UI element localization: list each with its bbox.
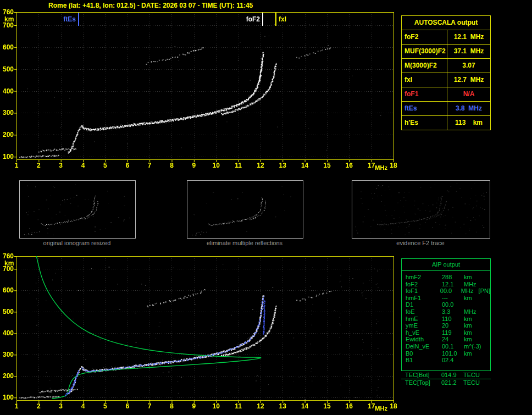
param-name: B1: [406, 357, 442, 364]
bottom-ionogram-canvas: [0, 250, 401, 415]
param-name: fxI: [402, 73, 447, 87]
param-name: DelN_vE: [406, 343, 442, 350]
param-value: N/A: [447, 87, 490, 101]
tec-table-row: TEC[Bot]014.9TECU: [401, 372, 491, 378]
param-name: hmE: [406, 316, 442, 323]
param-unit: m^(-3): [464, 343, 490, 350]
param-value: 3.3: [442, 308, 464, 316]
param-name: foE: [406, 308, 442, 316]
autoscala-table-row: MUF(3000)F237.1 MHz: [402, 45, 490, 59]
param-unit: MHz [PN]: [461, 287, 490, 295]
param-unit: TECU: [463, 372, 491, 378]
autoscala-table-title: AUTOSCALA output: [402, 16, 490, 30]
param-name: hmF1: [406, 295, 442, 302]
param-name: M(3000)F2: [402, 59, 447, 73]
param-value: 00.0: [440, 287, 461, 295]
param-unit: TECU: [463, 380, 491, 386]
param-name: MUF(3000)F2: [402, 45, 447, 58]
top-ionogram-canvas: [0, 9, 401, 174]
param-value: 3.07: [447, 59, 490, 73]
param-unit: [464, 301, 490, 308]
page-title: Rome (lat: +41.8, lon: 012.5) - DATE: 20…: [48, 2, 253, 9]
aip-table-row: DelN_vE00.1m^(-3): [402, 343, 490, 350]
param-value: 113 km: [447, 116, 490, 130]
aip-table-title: AIP output: [402, 259, 490, 271]
thumbnail-eliminate-reflections-canvas: [187, 180, 303, 239]
autoscala-table-row: foF1N/A: [402, 87, 490, 102]
param-value: 110: [442, 316, 464, 323]
autoscala-app-window: { "title": "Rome (lat: +41.8, lon: 012.5…: [0, 0, 532, 415]
param-value: 37.1 MHz: [447, 45, 490, 58]
param-unit: km: [464, 295, 490, 302]
thumb-caption-original: original ionogram resized: [19, 240, 135, 246]
param-value: 00.0: [442, 301, 464, 308]
aip-table-row: foF212.1MHz: [402, 281, 490, 288]
param-value: 101.0: [442, 350, 464, 357]
aip-table-row: D100.0: [402, 301, 490, 308]
param-value: 12.1: [442, 281, 464, 288]
param-name: D1: [406, 301, 442, 308]
param-value: 24: [442, 336, 464, 343]
thumb-caption-eliminate: eliminate multiple reflections: [186, 240, 303, 246]
param-unit: km: [464, 322, 490, 329]
param-unit: km: [464, 316, 490, 323]
param-unit: km: [464, 336, 490, 343]
param-unit: km: [464, 329, 490, 336]
param-value: 20: [442, 322, 464, 329]
aip-table-row: B0101.0km: [402, 350, 490, 357]
aip-table-row: ymE20km: [402, 322, 490, 329]
param-name: Ewidth: [406, 336, 442, 343]
param-name: foF2: [406, 281, 442, 288]
param-value: 021.2: [441, 380, 463, 386]
autoscala-table-row: h'Es113 km: [402, 116, 490, 130]
param-name: foF1: [406, 287, 440, 295]
autoscala-table-row: M(3000)F23.07: [402, 59, 490, 73]
param-value: 00.1: [442, 343, 464, 350]
param-name: foF1: [402, 87, 447, 101]
aip-table-row: foF100.0MHz [PN]: [402, 287, 490, 295]
aip-table-row: hmF2288km: [402, 274, 490, 281]
autoscala-table-row: fxI12.7 MHz: [402, 73, 490, 87]
param-name: h_vE: [406, 329, 442, 336]
tec-table-row: TEC[Top]021.2TECU: [401, 380, 491, 386]
thumbnail-original-ionogram-canvas: [19, 180, 136, 239]
autoscala-table-rows: foF212.1 MHzMUF(3000)F237.1 MHzM(3000)F2…: [402, 30, 490, 130]
aip-table-row: Ewidth24km: [402, 336, 490, 343]
param-name: ymE: [406, 322, 442, 329]
autoscala-table-row: ftEs3.8 MHz: [402, 102, 490, 116]
aip-table-rows: hmF2288kmfoF212.1MHzfoF100.0MHz [PN]hmF1…: [402, 274, 490, 364]
param-value: 119: [442, 329, 464, 336]
autoscala-output-table: AUTOSCALA output foF212.1 MHzMUF(3000)F2…: [401, 15, 491, 130]
thumb-caption-evidence: evidence F2 trace: [351, 240, 490, 246]
param-name: ftEs: [402, 102, 447, 115]
autoscala-table-row: foF212.1 MHz: [402, 30, 490, 45]
param-unit: km: [464, 274, 490, 281]
param-name: TEC[Bot]: [405, 372, 441, 378]
param-value: 014.9: [441, 372, 463, 378]
aip-table-row: B102.4: [402, 357, 490, 364]
param-unit: km: [464, 350, 490, 357]
param-name: foF2: [402, 30, 447, 44]
param-unit: MHz: [464, 308, 490, 316]
thumbnail-evidence-f2-canvas: [352, 180, 490, 239]
param-value: 288: [442, 274, 464, 281]
param-value: 12.1 MHz: [447, 30, 490, 44]
param-value: 12.7 MHz: [447, 73, 490, 87]
param-unit: MHz: [464, 281, 490, 288]
param-value: 02.4: [442, 357, 464, 364]
param-value: ---: [442, 295, 464, 302]
param-unit: [464, 357, 490, 364]
aip-table-row: hmE110km: [402, 316, 490, 323]
param-name: B0: [406, 350, 442, 357]
aip-table-row: h_vE119km: [402, 329, 490, 336]
param-name: h'Es: [402, 116, 447, 130]
param-name: hmF2: [406, 274, 442, 281]
aip-table-row: hmF1---km: [402, 295, 490, 302]
tec-output-rows: TEC[Bot]014.9TECUTEC[Top]021.2TECU: [401, 372, 491, 386]
param-value: 3.8 MHz: [447, 102, 490, 115]
param-name: TEC[Top]: [405, 380, 441, 386]
aip-table-row: foE3.3MHz: [402, 308, 490, 316]
aip-output-table: AIP output hmF2288kmfoF212.1MHzfoF100.0M…: [401, 258, 491, 371]
